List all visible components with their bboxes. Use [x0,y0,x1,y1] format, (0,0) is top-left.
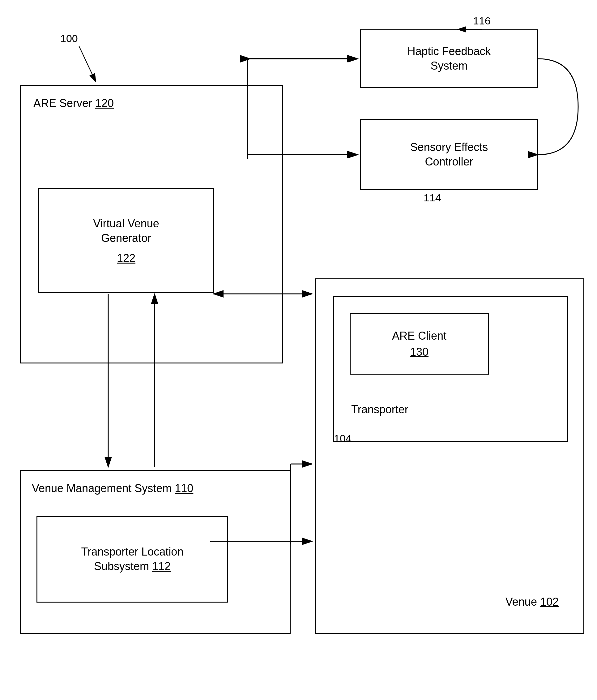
are-client-label: ARE Client [392,329,446,343]
sensory-label: Sensory EffectsController [410,140,488,169]
transporter-location-box: Transporter LocationSubsystem 112 [36,516,228,603]
venue-box: Venue 102 ARE Client 130 Transporter [315,278,584,634]
venue-label: Venue 102 [505,596,559,608]
ref-114-label: 114 [423,192,441,204]
ref-100-label: 100 [60,32,78,45]
transporter-location-label: Transporter LocationSubsystem 112 [81,545,184,574]
diagram: 100 116 Haptic FeedbackSystem Sensory Ef… [0,0,597,700]
are-server-box: ARE Server 120 Virtual VenueGenerator 12… [20,85,283,364]
venue-mgmt-ref: 110 [175,482,193,495]
venue-mgmt-box: Venue Management System 110 Transporter … [20,470,291,634]
haptic-label: Haptic FeedbackSystem [407,44,491,73]
are-server-ref: 120 [95,97,114,109]
transporter-location-ref: 112 [152,560,171,573]
ref-104-label: 104 [334,432,352,445]
svg-line-23 [79,46,96,82]
transporter-box: ARE Client 130 Transporter [333,296,568,442]
venue-ref: 102 [540,596,559,608]
are-server-label: ARE Server 120 [33,97,114,110]
virtual-venue-label: Virtual VenueGenerator [93,217,159,246]
venue-mgmt-label: Venue Management System 110 [32,482,193,495]
virtual-venue-ref: 122 [117,252,135,265]
are-client-ref: 130 [410,346,429,358]
haptic-feedback-box: Haptic FeedbackSystem [360,29,538,88]
ref-116-label: 116 [473,15,491,27]
virtual-venue-box: Virtual VenueGenerator 122 [38,188,214,293]
transporter-label: Transporter [351,403,408,416]
are-client-box: ARE Client 130 [350,313,489,375]
sensory-effects-box: Sensory EffectsController [360,119,538,190]
